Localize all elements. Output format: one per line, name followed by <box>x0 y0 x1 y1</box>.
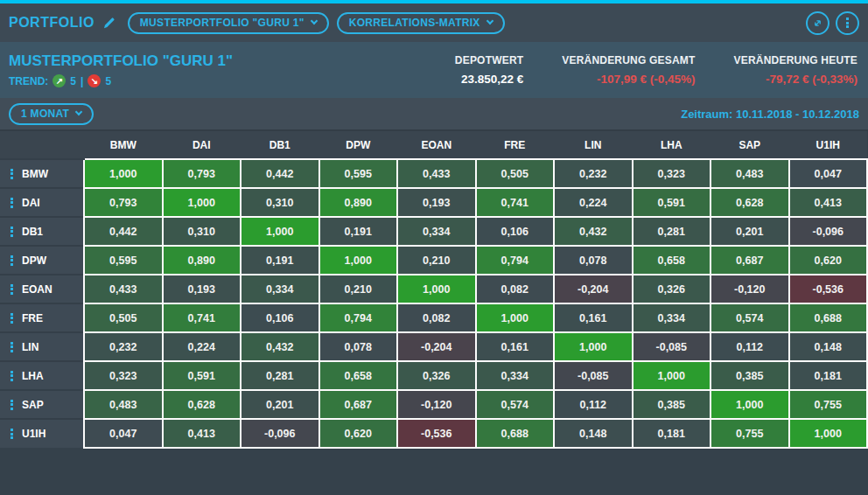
matrix-cell-lin-dpw: 0,078 <box>319 332 398 361</box>
matrix-cell-dpw-bmw: 0,595 <box>84 246 163 275</box>
view-select-dropdown[interactable]: KORRELATIONS-MATRIX <box>337 12 505 34</box>
matrix-cell-dpw-lha: 0,658 <box>633 246 711 275</box>
matrix-cell-dpw-u1ih: 0,620 <box>789 246 868 275</box>
matrix-cell-dpw-dai: 0,890 <box>163 246 242 275</box>
expand-icon <box>812 17 823 29</box>
matrix-cell-u1ih-bmw: 0,047 <box>84 419 163 448</box>
matrix-row-fre: FRE0,5050,7410,1060,7940,0821,0000,1610,… <box>0 303 867 332</box>
edit-pencil-icon[interactable] <box>102 16 116 30</box>
matrix-cell-dai-dai: 1,000 <box>163 188 242 217</box>
stat-label: VERÄNDERUNG GESAMT <box>562 54 695 66</box>
stat-value: -107,99 € (-0,45%) <box>562 73 695 86</box>
matrix-cell-eoan-dpw: 0,210 <box>319 275 398 303</box>
matrix-body: BMW1,0000,7930,4420,5950,4330,5050,2320,… <box>0 159 867 448</box>
stat-veraenderung-gesamt: VERÄNDERUNG GESAMT -107,99 € (-0,45%) <box>562 54 695 86</box>
matrix-cell-dpw-fre: 0,794 <box>476 246 555 275</box>
matrix-cell-u1ih-dai: 0,413 <box>163 419 242 448</box>
matrix-cell-db1-db1: 1,000 <box>241 217 319 246</box>
row-header-db1: DB1 <box>0 217 84 246</box>
stat-value: 23.850,22 € <box>455 73 523 86</box>
row-header-bmw: BMW <box>0 159 84 188</box>
portfolio-app: PORTFOLIO MUSTERPORTFOLIO "GURU 1" KORRE… <box>0 0 868 495</box>
matrix-cell-u1ih-lin: 0,148 <box>554 419 633 448</box>
column-header-u1ih: U1IH <box>789 131 868 159</box>
matrix-cell-lha-dai: 0,591 <box>163 361 242 390</box>
stat-value: -79,72 € (-0,33%) <box>734 73 858 86</box>
row-menu-icon[interactable] <box>10 428 13 441</box>
row-menu-icon[interactable] <box>10 282 13 296</box>
matrix-cell-db1-eoan: 0,334 <box>397 217 476 246</box>
matrix-cell-fre-lha: 0,334 <box>633 303 711 332</box>
expand-button[interactable] <box>806 11 830 35</box>
matrix-cell-fre-dai: 0,741 <box>163 303 242 332</box>
chevron-down-icon <box>486 17 493 24</box>
matrix-cell-dai-u1ih: 0,413 <box>789 188 868 217</box>
row-header-lin: LIN <box>0 332 84 361</box>
row-menu-icon[interactable] <box>10 254 13 267</box>
matrix-cell-eoan-eoan: 1,000 <box>397 275 476 303</box>
matrix-cell-db1-sap: 0,201 <box>710 217 789 246</box>
kebab-menu-icon <box>846 17 849 30</box>
matrix-cell-lha-sap: 0,385 <box>710 361 789 390</box>
matrix-cell-sap-fre: 0,574 <box>476 390 555 419</box>
column-header-sap: SAP <box>710 131 789 159</box>
column-header-bmw: BMW <box>84 131 163 159</box>
column-header-db1: DB1 <box>241 131 319 159</box>
matrix-cell-fre-fre: 1,000 <box>476 303 555 332</box>
trend-down-icon: ↘ <box>88 74 101 87</box>
matrix-cell-fre-bmw: 0,505 <box>84 303 163 332</box>
matrix-cell-db1-lha: 0,281 <box>633 217 711 246</box>
matrix-cell-bmw-bmw: 1,000 <box>84 159 163 188</box>
portfolio-header: MUSTERPORTFOLIO "GURU 1" TREND: ↗ 5 | ↘ … <box>0 42 868 98</box>
matrix-cell-dai-bmw: 0,793 <box>84 188 163 217</box>
matrix-cell-lha-db1: 0,281 <box>241 361 319 390</box>
matrix-cell-bmw-dpw: 0,595 <box>319 159 398 188</box>
matrix-cell-dai-eoan: 0,193 <box>397 188 476 217</box>
matrix-cell-dpw-db1: 0,191 <box>241 246 319 275</box>
row-menu-icon[interactable] <box>10 340 13 353</box>
more-options-button[interactable] <box>836 11 859 35</box>
matrix-row-lin: LIN0,2320,2240,4320,078-0,2040,1611,000-… <box>0 332 867 361</box>
row-header-label: LIN <box>22 341 38 353</box>
row-header-dpw: DPW <box>0 246 84 275</box>
matrix-cell-sap-db1: 0,201 <box>241 390 319 419</box>
period-label: 1 MONAT <box>21 108 69 120</box>
app-title: PORTFOLIO <box>9 15 94 31</box>
correlation-matrix-container: BMWDAIDB1DPWEOANFRELINLHASAPU1IH BMW1,00… <box>0 129 868 449</box>
portfolio-header-left: MUSTERPORTFOLIO "GURU 1" TREND: ↗ 5 | ↘ … <box>9 52 233 87</box>
portfolio-select-dropdown[interactable]: MUSTERPORTFOLIO "GURU 1" <box>128 12 329 34</box>
matrix-row-dpw: DPW0,5950,8900,1911,0000,2100,7940,0780,… <box>0 246 867 275</box>
row-menu-icon[interactable] <box>10 167 13 180</box>
matrix-cell-u1ih-eoan: -0,536 <box>397 419 476 448</box>
row-menu-icon[interactable] <box>10 398 13 411</box>
trend-label: TREND: <box>9 75 48 87</box>
row-menu-icon[interactable] <box>10 311 13 324</box>
matrix-cell-sap-sap: 1,000 <box>710 390 789 419</box>
row-menu-icon[interactable] <box>10 196 13 209</box>
matrix-cell-u1ih-fre: 0,688 <box>476 419 555 448</box>
trend-row: TREND: ↗ 5 | ↘ 5 <box>9 74 233 87</box>
matrix-cell-eoan-db1: 0,334 <box>241 275 319 303</box>
matrix-cell-bmw-db1: 0,442 <box>241 159 319 188</box>
matrix-cell-lin-bmw: 0,232 <box>84 332 163 361</box>
matrix-cell-lin-lha: -0,085 <box>633 332 711 361</box>
matrix-cell-fre-sap: 0,574 <box>710 303 789 332</box>
matrix-cell-dai-lin: 0,224 <box>554 188 633 217</box>
row-menu-icon[interactable] <box>10 225 13 238</box>
matrix-cell-bmw-eoan: 0,433 <box>397 159 476 188</box>
matrix-cell-fre-u1ih: 0,688 <box>789 303 868 332</box>
matrix-cell-dai-lha: 0,591 <box>633 188 711 217</box>
trend-up-count: 5 <box>70 75 76 87</box>
matrix-cell-lin-u1ih: 0,148 <box>789 332 868 361</box>
row-header-eoan: EOAN <box>0 275 84 303</box>
matrix-cell-lin-dai: 0,224 <box>163 332 242 361</box>
matrix-cell-bmw-lin: 0,232 <box>554 159 633 188</box>
matrix-cell-eoan-bmw: 0,433 <box>84 275 163 303</box>
period-dropdown[interactable]: 1 MONAT <box>9 103 94 125</box>
row-menu-icon[interactable] <box>10 369 13 382</box>
matrix-cell-lin-db1: 0,432 <box>241 332 319 361</box>
matrix-cell-bmw-sap: 0,483 <box>710 159 789 188</box>
row-header-label: DPW <box>22 254 46 267</box>
matrix-cell-sap-dpw: 0,687 <box>319 390 398 419</box>
correlation-matrix: BMWDAIDB1DPWEOANFRELINLHASAPU1IH BMW1,00… <box>0 131 868 449</box>
